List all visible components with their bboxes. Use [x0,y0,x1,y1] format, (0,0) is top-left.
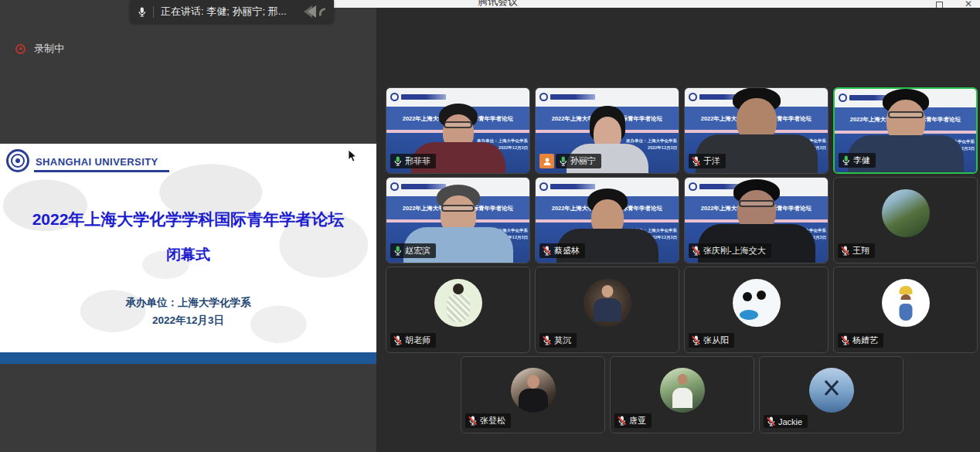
mic-muted-icon [692,156,700,166]
video-grid-row: 2022年上海大学化学学科国际青年学者论坛 承办单位：上海大学化学系2022年1… [386,87,978,174]
participant-tile[interactable]: 张登松 [461,356,605,433]
name-badge: 赵宏滨 [390,243,436,258]
avatar [882,189,930,237]
participant-tile[interactable]: 2022年上海大学化学学科国际青年学者论坛 承办单位：上海大学化学系2022年1… [535,87,679,174]
arrow-icon [308,5,316,18]
name-badge: 张从阳 [689,333,734,348]
name-badge: 杨婧艺 [838,333,883,348]
avatar [434,279,482,327]
participant-tile[interactable]: 胡老师 [386,267,530,353]
screen-share-panel: 录制中 SHANGHAI UNIVERSITY 2022年上海大学化学学科国际青… [0,0,376,452]
participant-name: 唐亚 [629,415,646,427]
name-badge: 蔡盛林 [539,243,585,258]
mic-muted-icon [692,335,700,345]
window-titlebar: 腾讯会议 ✕ [331,0,980,8]
collapse-arrows-icon[interactable] [304,5,326,18]
mic-icon [138,7,146,17]
video-grid-row: 张登松 唐亚 Jackie [461,356,978,433]
mic-on-icon [393,156,402,166]
university-emblem-icon [6,149,29,172]
mic-muted-icon [468,416,477,426]
participant-name: 杨婧艺 [852,335,878,346]
avatar [733,279,781,327]
name-badge: 胡老师 [390,333,436,348]
mic-muted-icon [618,416,626,426]
app-title: 腾讯会议 [478,0,518,8]
mic-muted-icon [841,246,849,256]
slide-title: 2022年上海大学化学学科国际青年学者论坛 [0,209,376,230]
name-badge: 莫沉 [539,333,577,348]
participant-name: 王翔 [852,245,869,257]
mic-on-icon [559,156,567,166]
name-badge: 孙丽宁 [539,154,601,168]
participant-tile[interactable]: Jackie [759,356,903,433]
recording-indicator: 录制中 [15,42,64,56]
participant-tile[interactable]: 2022年上海大学化学学科国际青年学者论坛 承办单位：上海大学化学系2022年1… [386,177,530,263]
video-grid-row: 胡老师 莫沉 张从阳 [386,267,978,353]
recording-label: 录制中 [34,42,64,56]
participant-name: 于洋 [703,155,720,167]
participant-tile[interactable]: 2022年上海大学化学学科国际青年学者论坛 承办单位：上海大学化学系2022年1… [684,87,829,174]
participant-tile[interactable]: 唐亚 [610,356,754,433]
video-grid: 2022年上海大学化学学科国际青年学者论坛 承办单位：上海大学化学系2022年1… [386,87,978,433]
name-badge: 张庆刚-上海交大 [689,243,771,258]
participant-tile[interactable]: 2022年上海大学化学学科国际青年学者论坛 承办单位：上海大学化学系2022年1… [386,87,530,174]
shared-slide: SHANGHAI UNIVERSITY 2022年上海大学化学学科国际青年学者论… [0,144,376,364]
speaking-indicator-bar[interactable]: 正在讲话: 李健; 孙丽宁; 邢... [130,0,334,23]
participant-tile[interactable]: 王翔 [833,177,978,263]
mic-muted-icon [393,335,402,345]
mic-muted-icon [767,416,775,427]
name-badge: 李健 [839,153,876,168]
university-name: SHANGHAI UNIVERSITY [34,156,169,172]
mic-on-icon [842,155,850,165]
participant-name: Jackie [778,417,802,427]
slide-subtitle: 闭幕式 [0,245,376,265]
avatar [882,279,930,327]
mic-muted-icon [543,335,551,345]
slide-organizer: 承办单位：上海大学化学系 [0,296,376,310]
participant-name: 莫沉 [554,335,571,346]
mic-muted-icon [841,335,849,345]
participant-tile[interactable]: 2022年上海大学化学学科国际青年学者论坛 承办单位：上海大学化学系2022年1… [684,177,829,263]
university-logo: SHANGHAI UNIVERSITY [6,149,169,172]
name-badge: 邢菲菲 [390,154,436,168]
speaking-label: 正在讲话: 李健; 孙丽宁; 邢... [161,5,287,19]
close-button[interactable]: ✕ [965,0,972,8]
participant-name: 张从阳 [703,335,729,346]
name-badge: 于洋 [689,154,726,168]
name-badge: 唐亚 [614,413,652,428]
avatar [660,368,705,413]
record-icon [15,44,26,54]
mic-muted-icon [543,246,551,256]
participant-name: 张庆刚-上海交大 [703,245,766,257]
name-badge: Jackie [764,415,808,428]
participant-name: 张登松 [480,415,505,427]
mouse-cursor-icon [348,150,356,162]
avatar [809,368,854,413]
name-badge: 王翔 [838,243,875,258]
participant-tile-active-speaker[interactable]: 2022年上海大学化学学科国际青年学者论坛 承办单位：上海大学化学系2022年1… [833,87,978,174]
avatar [511,368,556,413]
avatar [584,279,631,327]
participant-tile[interactable]: 张从阳 [684,267,829,353]
participant-name: 李健 [853,155,870,166]
name-badge: 张登松 [465,413,511,428]
participant-tile[interactable]: 莫沉 [535,267,679,353]
participant-name: 赵宏滨 [405,245,430,257]
divider [153,6,154,18]
undo-arrow-icon [318,7,327,15]
mic-muted-icon [692,246,700,256]
host-badge-icon [539,154,554,168]
video-grid-row: 2022年上海大学化学学科国际青年学者论坛 承办单位：上海大学化学系2022年1… [386,177,978,263]
participant-name: 邢菲菲 [405,155,430,167]
participant-name: 孙丽宁 [570,155,596,167]
slide-bottom-bar [0,352,376,364]
participant-tile[interactable]: 2022年上海大学化学学科国际青年学者论坛 承办单位：上海大学化学系2022年1… [535,177,679,263]
meeting-window: 腾讯会议 ✕ 录制中 SHANGHAI UNIVERSITY 2022年上海大学… [0,0,980,452]
maximize-button[interactable] [936,2,943,8]
participant-tile[interactable]: 杨婧艺 [833,267,978,353]
participant-name: 蔡盛林 [554,245,580,257]
slide-date: 2022年12月3日 [0,314,376,328]
mic-on-icon [393,246,402,256]
participant-name: 胡老师 [405,335,430,346]
